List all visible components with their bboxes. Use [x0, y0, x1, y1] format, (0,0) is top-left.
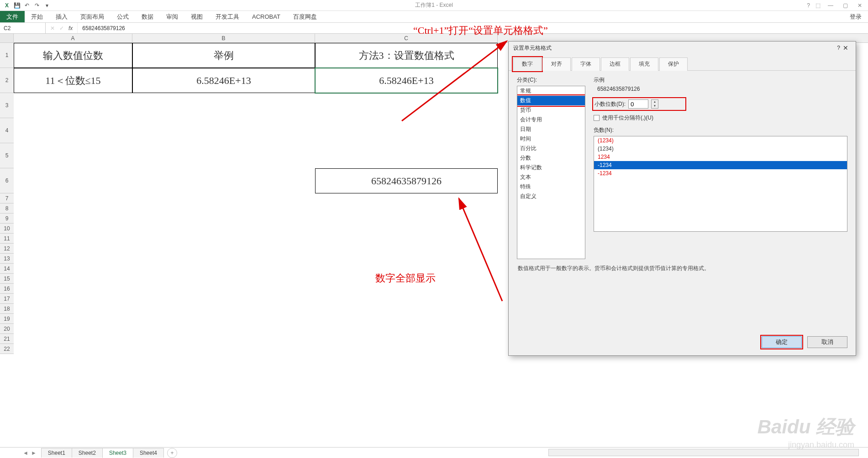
ribbon-tab-baidu[interactable]: 百度网盘: [287, 11, 323, 22]
select-all-corner[interactable]: [0, 34, 14, 42]
ribbon-tab-data[interactable]: 数据: [135, 11, 160, 22]
cat-time[interactable]: 时间: [517, 134, 585, 144]
cat-text[interactable]: 文本: [517, 172, 585, 182]
accept-formula-icon[interactable]: ✓: [59, 25, 64, 31]
redo-icon[interactable]: ↷: [33, 1, 41, 10]
ribbon-tab-acrobat[interactable]: ACROBAT: [246, 11, 287, 22]
cat-currency[interactable]: 货币: [517, 105, 585, 115]
negative-list[interactable]: (1234) (1234) 1234 -1234 -1234: [594, 136, 847, 232]
dialog-tab-number[interactable]: 数字: [513, 57, 542, 71]
cell-c1[interactable]: 方法3：设置数值格式: [315, 43, 498, 68]
sheet-tab[interactable]: Sheet2: [72, 448, 103, 458]
dialog-tab-align[interactable]: 对齐: [542, 57, 571, 71]
cat-custom[interactable]: 自定义: [517, 192, 585, 201]
maximize-button[interactable]: ▢: [841, 1, 850, 10]
cell-b2[interactable]: 6.58246E+13: [132, 68, 315, 93]
row-header[interactable]: 3: [0, 93, 14, 118]
dialog-close-button[interactable]: ✕: [840, 44, 851, 52]
decimal-spinner[interactable]: ▲▼: [651, 99, 658, 109]
decimal-input[interactable]: [628, 99, 648, 109]
spin-down-icon[interactable]: ▼: [652, 104, 658, 108]
row-header[interactable]: 7: [0, 193, 14, 203]
row-header[interactable]: 22: [0, 344, 14, 354]
row-header[interactable]: 19: [0, 314, 14, 324]
cat-accounting[interactable]: 会计专用: [517, 115, 585, 125]
neg-option[interactable]: (1234): [594, 145, 847, 153]
row-header[interactable]: 17: [0, 294, 14, 304]
login-link[interactable]: 登录: [843, 11, 868, 22]
neg-option[interactable]: (1234): [594, 136, 847, 145]
cell-c6[interactable]: 65824635879126: [315, 168, 498, 193]
row-header[interactable]: 10: [0, 224, 14, 234]
cell-a1[interactable]: 输入数值位数: [14, 43, 132, 68]
spin-up-icon[interactable]: ▲: [652, 100, 658, 104]
name-box[interactable]: C2: [0, 23, 46, 33]
neg-option[interactable]: 1234: [594, 153, 847, 161]
neg-option[interactable]: -1234: [594, 161, 847, 169]
fx-icon[interactable]: fx: [68, 25, 73, 31]
row-header[interactable]: 18: [0, 304, 14, 314]
col-header-b[interactable]: B: [132, 34, 315, 42]
sheet-tab[interactable]: Sheet1: [41, 448, 72, 458]
row-header[interactable]: 8: [0, 203, 14, 213]
cancel-formula-icon[interactable]: ✕: [50, 25, 55, 31]
row-header[interactable]: 14: [0, 264, 14, 274]
row-header[interactable]: 13: [0, 254, 14, 264]
qat-dropdown-icon[interactable]: ▾: [43, 1, 51, 10]
col-header-a[interactable]: A: [14, 34, 132, 42]
undo-icon[interactable]: ↶: [23, 1, 31, 10]
row-header[interactable]: 16: [0, 284, 14, 294]
file-tab[interactable]: 文件: [0, 11, 25, 22]
row-header[interactable]: 4: [0, 118, 14, 143]
sheet-nav-next-icon[interactable]: ►: [31, 450, 37, 456]
dialog-tab-protect[interactable]: 保护: [659, 57, 688, 71]
ribbon-tab-review[interactable]: 审阅: [160, 11, 184, 22]
cat-general[interactable]: 常规: [517, 86, 585, 96]
close-button[interactable]: ✕: [855, 1, 864, 10]
cat-percent[interactable]: 百分比: [517, 144, 585, 153]
row-header[interactable]: 20: [0, 324, 14, 334]
row-header[interactable]: 1: [0, 43, 14, 68]
cat-fraction[interactable]: 分数: [517, 153, 585, 163]
thousands-separator-checkbox[interactable]: [594, 115, 600, 121]
neg-option[interactable]: -1234: [594, 169, 847, 177]
category-list[interactable]: 常规 数值 货币 会计专用 日期 时间 百分比 分数 科学记数 文本 特殊 自定…: [517, 86, 585, 259]
sheet-tab[interactable]: Sheet3: [102, 448, 133, 458]
dialog-tab-fill[interactable]: 填充: [630, 57, 658, 71]
cell-a2[interactable]: 11＜位数≤15: [14, 68, 132, 93]
sheet-nav-prev-icon[interactable]: ◄: [23, 450, 28, 456]
help-icon[interactable]: ?: [807, 2, 810, 9]
row-header[interactable]: 2: [0, 68, 14, 93]
minimize-button[interactable]: —: [826, 1, 835, 10]
horizontal-scrollbar[interactable]: [548, 449, 859, 456]
row-header[interactable]: 5: [0, 143, 14, 168]
cancel-button[interactable]: 取消: [807, 336, 847, 348]
dialog-help-icon[interactable]: ?: [837, 45, 840, 51]
row-header[interactable]: 12: [0, 244, 14, 254]
cat-scientific[interactable]: 科学记数: [517, 163, 585, 172]
sheet-tab[interactable]: Sheet4: [133, 448, 164, 458]
row-header[interactable]: 21: [0, 334, 14, 344]
ribbon-tab-view[interactable]: 视图: [184, 11, 209, 22]
cat-special[interactable]: 特殊: [517, 182, 585, 192]
ribbon-tab-formulas[interactable]: 公式: [110, 11, 135, 22]
ok-button[interactable]: 确定: [762, 336, 802, 348]
row-header[interactable]: 9: [0, 213, 14, 224]
ribbon-options-icon[interactable]: ⬚: [815, 2, 821, 9]
cat-date[interactable]: 日期: [517, 125, 585, 134]
ribbon-tab-home[interactable]: 开始: [25, 11, 49, 22]
dialog-tab-border[interactable]: 边框: [601, 57, 629, 71]
row-header[interactable]: 15: [0, 274, 14, 284]
add-sheet-button[interactable]: +: [167, 448, 177, 458]
ribbon-tab-layout[interactable]: 页面布局: [74, 11, 110, 22]
annotation-top: “Ctrl+1”打开“设置单元格格式”: [413, 24, 548, 37]
cat-number[interactable]: 数值: [517, 96, 585, 105]
save-icon[interactable]: 💾: [13, 1, 21, 10]
ribbon-tab-dev[interactable]: 开发工具: [209, 11, 246, 22]
cell-c2[interactable]: 6.58246E+13: [315, 68, 498, 93]
cell-b1[interactable]: 举例: [132, 43, 315, 68]
dialog-tab-font[interactable]: 字体: [572, 57, 600, 71]
row-header[interactable]: 6: [0, 168, 14, 193]
ribbon-tab-insert[interactable]: 插入: [49, 11, 74, 22]
row-header[interactable]: 11: [0, 234, 14, 244]
